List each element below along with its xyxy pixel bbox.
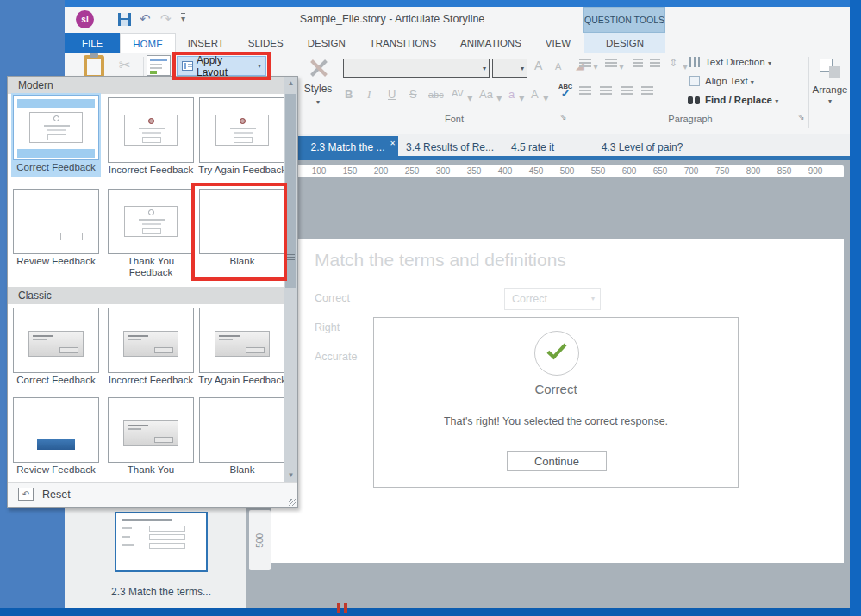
chevron-down-icon[interactable]: ▾ <box>619 60 624 72</box>
tab-transitions[interactable]: TRANSITIONS <box>358 33 448 53</box>
match-dropdown-value: Correct <box>512 293 547 305</box>
align-center-icon[interactable] <box>600 86 612 95</box>
slide-tab-label: 2.3 Match the ... <box>310 141 384 153</box>
reset-button[interactable]: Reset <box>42 488 71 501</box>
layout-thumbnail <box>199 397 285 463</box>
tab-animations[interactable]: ANIMATIONS <box>448 33 533 53</box>
strikethrough-abc-button[interactable]: abc <box>428 90 444 100</box>
underline-button[interactable]: U <box>388 88 396 101</box>
chevron-down-icon: ▾ <box>521 65 524 72</box>
text-direction-label: Text Direction <box>705 57 765 67</box>
scroll-up-icon[interactable]: ▲ <box>284 77 297 90</box>
find-replace-button[interactable]: Find / Replace ▾ <box>705 95 778 105</box>
paragraph-dialog-launcher-icon[interactable]: ⇘ <box>798 113 805 121</box>
close-icon[interactable]: ✕ <box>390 133 396 155</box>
layout-option-modern-correct-feedback[interactable]: Correct Feedback <box>11 93 101 177</box>
chevron-down-icon: ▾ <box>591 289 595 309</box>
increase-indent-icon[interactable] <box>650 59 660 67</box>
match-dropdown[interactable]: Correct ▾ <box>504 288 601 310</box>
slide-tab-label: 4.5 rate it <box>511 141 554 153</box>
tab-question-design[interactable]: DESIGN <box>584 33 665 53</box>
line-spacing-icon[interactable]: ⇕ <box>669 57 677 69</box>
tab-home[interactable]: HOME <box>120 33 176 53</box>
save-icon[interactable] <box>118 13 131 26</box>
styles-button[interactable]: Styles ▾ <box>298 55 338 128</box>
thumbnail-caption: 2.3 Match the terms... <box>92 586 230 598</box>
chevron-down-icon: ▾ <box>316 98 320 106</box>
arrange-button[interactable]: Arrange ▾ <box>810 55 850 131</box>
layout-option-modern-incorrect-feedback[interactable]: Incorrect Feedback <box>106 97 196 176</box>
quick-access-customize-icon[interactable]: ▾ <box>181 13 185 23</box>
character-spacing-button[interactable]: AV <box>452 88 464 98</box>
chevron-down-icon[interactable]: ▾ <box>496 91 502 104</box>
panel-resize-grip[interactable] <box>289 499 296 506</box>
align-text-button[interactable]: Align Text ▾ <box>705 76 754 86</box>
reset-icon: ↶ <box>18 488 34 501</box>
layout-option-classic-thank-you[interactable]: Thank You <box>106 397 196 476</box>
chevron-down-icon[interactable]: ▾ <box>683 60 688 72</box>
layout-label: Correct Feedback <box>11 162 101 173</box>
change-case-button[interactable]: Aa <box>479 88 493 101</box>
chevron-down-icon[interactable]: ▾ <box>593 60 598 72</box>
text-direction-button[interactable]: Text Direction ▾ <box>705 57 771 67</box>
undo-icon[interactable]: ↶ <box>140 11 151 27</box>
tab-view[interactable]: VIEW <box>533 33 583 53</box>
storyline-logo-icon[interactable]: sl <box>76 10 94 28</box>
decrease-indent-icon[interactable] <box>633 59 643 67</box>
layout-option-classic-correct-feedback[interactable]: Correct Feedback <box>11 308 101 386</box>
chevron-down-icon[interactable]: ▾ <box>467 91 473 104</box>
scrollbar-grip <box>287 254 295 260</box>
layout-option-modern-review-feedback[interactable]: Review Feedback <box>11 189 101 267</box>
tab-slides[interactable]: SLIDES <box>236 33 296 53</box>
slide-layout-icon[interactable] <box>147 55 171 76</box>
layout-option-classic-try-again-feedback[interactable]: Try Again Feedback <box>197 308 287 386</box>
cut-icon[interactable]: ✂ <box>119 57 130 73</box>
font-color-button[interactable]: A <box>531 88 539 101</box>
strikethrough-button[interactable]: S <box>409 88 417 101</box>
font-size-combo[interactable]: ▾ <box>492 59 527 78</box>
layout-option-classic-incorrect-feedback[interactable]: Incorrect Feedback <box>106 308 196 386</box>
section-header-classic: Classic <box>8 287 297 304</box>
paste-icon[interactable] <box>84 55 104 78</box>
shrink-font-button[interactable]: A <box>555 61 561 72</box>
layout-thumbnail <box>13 95 99 160</box>
italic-button[interactable]: I <box>367 88 371 102</box>
font-dialog-launcher-icon[interactable]: ⇘ <box>560 113 567 121</box>
font-name-combo[interactable]: ▾ <box>343 59 490 78</box>
slide-tab-label: 3.4 Results of Re... <box>406 141 494 153</box>
bold-button[interactable]: B <box>345 88 353 101</box>
tab-file[interactable]: FILE <box>65 33 120 53</box>
chevron-down-icon[interactable]: ▾ <box>543 91 549 104</box>
layout-label: Try Again Feedback <box>197 375 287 386</box>
continue-button[interactable]: Continue <box>507 451 607 471</box>
arrange-icon <box>820 59 840 78</box>
arrange-label: Arrange <box>813 84 848 95</box>
layout-option-classic-review-feedback[interactable]: Review Feedback <box>11 397 101 476</box>
layout-label: Incorrect Feedback <box>106 375 196 386</box>
slide-thumbnail[interactable] <box>115 512 208 572</box>
tab-insert[interactable]: INSERT <box>176 33 236 53</box>
chevron-down-icon: ▾ <box>483 65 486 72</box>
chevron-down-icon[interactable]: ▾ <box>519 91 525 104</box>
scroll-down-icon[interactable]: ▼ <box>284 469 297 482</box>
group-separator <box>571 57 571 128</box>
vertical-ruler-label: 500 <box>255 533 265 548</box>
highlight-box-apply-layout <box>172 52 271 80</box>
apply-layout-panel: Modern Correct Feedback Incorrect Feedba… <box>7 76 298 508</box>
horizontal-ruler: 50100 150200 250300 350400 450500 550600… <box>272 165 844 177</box>
redo-icon[interactable]: ↷ <box>160 11 172 27</box>
text-highlight-icon[interactable]: a <box>508 88 515 101</box>
layout-option-modern-thank-you-feedback[interactable]: Thank You Feedback <box>106 189 196 278</box>
bullets-icon[interactable] <box>579 59 591 67</box>
layout-thumbnail <box>13 308 99 373</box>
layout-option-modern-try-again-feedback[interactable]: Try Again Feedback <box>197 97 287 176</box>
tab-design[interactable]: DESIGN <box>296 33 358 53</box>
layout-label: Blank <box>197 464 287 476</box>
align-left-icon[interactable] <box>579 86 591 95</box>
justify-icon[interactable] <box>641 86 653 95</box>
app-window: sl ↶ ↷ ▾ Sample_File.story - Articulate … <box>0 0 861 616</box>
grow-font-button[interactable]: A <box>534 59 542 72</box>
numbering-icon[interactable] <box>605 59 617 67</box>
layout-option-classic-blank[interactable]: Blank <box>197 397 287 476</box>
align-right-icon[interactable] <box>621 86 633 95</box>
